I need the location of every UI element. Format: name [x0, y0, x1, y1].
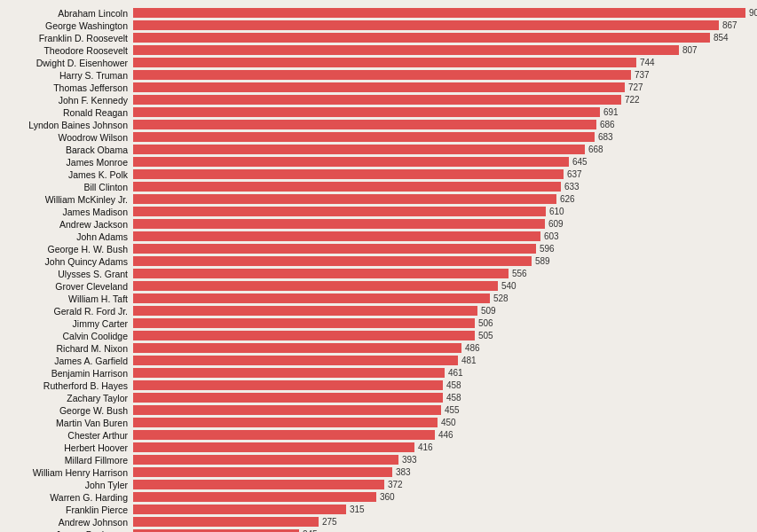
bar-fill: [133, 157, 569, 167]
bar-value: 446: [438, 430, 453, 440]
bar-value: 461: [448, 368, 463, 378]
bar-track: 744: [133, 58, 748, 67]
bar-row: John Tyler372: [9, 479, 748, 490]
bar-track: 603: [133, 231, 748, 241]
bar-value: 727: [628, 82, 643, 92]
bar-label: John F. Kennedy: [9, 95, 133, 106]
bar-value: 505: [478, 331, 493, 340]
bar-row: Theodore Roosevelt807: [9, 44, 748, 56]
bar-value: 596: [540, 244, 555, 254]
bar-value: 458: [446, 380, 461, 390]
bar-track: 807: [133, 45, 748, 55]
bar-value: 589: [535, 256, 550, 266]
bar-track: 626: [133, 194, 748, 204]
bar-fill: [133, 45, 679, 55]
bar-row: James Buchanan245: [9, 528, 748, 532]
bar-fill: [133, 505, 346, 514]
bar-label: Andrew Jackson: [9, 219, 133, 230]
bar-fill: [133, 8, 745, 18]
bar-label: Rutherford B. Hayes: [9, 380, 133, 391]
bar-fill: [133, 182, 561, 192]
bar-value: 686: [600, 120, 615, 129]
bar-fill: [133, 120, 596, 129]
bar-label: James Madison: [9, 207, 133, 217]
bar-row: Franklin Pierce315: [9, 504, 748, 515]
bar-label: Richard M. Nixon: [9, 343, 133, 354]
bar-track: 461: [133, 368, 748, 378]
bar-label: Chester Arthur: [9, 430, 133, 441]
bar-fill: [133, 82, 625, 92]
bar-value: 603: [544, 231, 559, 241]
bar-track: 867: [133, 20, 748, 30]
bar-fill: [133, 95, 621, 105]
bar-row: William McKinley Jr.626: [9, 193, 748, 205]
bar-track: 506: [133, 318, 748, 328]
bar-fill: [133, 293, 490, 303]
bar-row: Abraham Lincoln906: [9, 7, 748, 19]
bar-value: 737: [635, 70, 650, 80]
bar-value: 722: [625, 95, 640, 105]
bar-label: Theodore Roosevelt: [9, 45, 133, 56]
bar-value: 668: [588, 145, 603, 154]
bar-row: Thomas Jefferson727: [9, 82, 748, 93]
bar-row: James Madison610: [9, 206, 748, 217]
bar-track: 609: [133, 219, 748, 229]
bar-value: 509: [481, 306, 496, 316]
bar-track: 540: [133, 281, 748, 291]
bar-row: Bill Clinton633: [9, 181, 748, 192]
bar-track: 727: [133, 82, 748, 92]
bar-value: 393: [402, 455, 417, 465]
bar-track: 360: [133, 492, 748, 502]
bar-label: Ronald Reagan: [9, 107, 133, 118]
bar-row: Grover Cleveland540: [9, 280, 748, 292]
bar-label: George Washington: [9, 20, 133, 31]
bar-row: James Monroe645: [9, 156, 748, 168]
bar-row: John F. Kennedy722: [9, 94, 748, 106]
bar-fill: [133, 343, 461, 353]
bar-row: Lyndon Baines Johnson686: [9, 119, 748, 130]
bar-label: William Henry Harrison: [9, 467, 133, 478]
bar-value: 610: [549, 207, 564, 216]
bar-row: Warren G. Harding360: [9, 491, 748, 503]
bar-track: 275: [133, 517, 748, 527]
bar-track: 633: [133, 182, 748, 192]
bar-track: 610: [133, 207, 748, 216]
bar-track: 315: [133, 505, 748, 514]
bar-row: Chester Arthur446: [9, 429, 748, 441]
bar-value: 645: [572, 157, 587, 167]
bar-label: George H. W. Bush: [9, 244, 133, 254]
bar-track: 455: [133, 405, 748, 415]
bar-fill: [133, 256, 532, 266]
bar-track: 416: [133, 442, 748, 452]
bar-row: Benjamin Harrison461: [9, 367, 748, 379]
bar-row: John Adams603: [9, 231, 748, 242]
bar-label: Barack Obama: [9, 145, 133, 155]
bar-track: 486: [133, 343, 748, 353]
bar-fill: [133, 517, 319, 527]
bar-row: George Washington867: [9, 20, 748, 31]
bar-label: William H. Taft: [9, 293, 133, 304]
bar-value: 609: [548, 219, 564, 229]
bar-label: James Monroe: [9, 157, 133, 168]
bar-track: 637: [133, 169, 748, 179]
bar-fill: [133, 281, 498, 291]
bar-fill: [133, 244, 536, 254]
bar-fill: [133, 368, 445, 378]
bar-fill: [133, 467, 392, 477]
bar-value: 633: [564, 182, 580, 192]
bar-row: James K. Polk637: [9, 168, 748, 180]
bar-value: 637: [567, 169, 582, 179]
bar-value: 416: [418, 442, 433, 452]
bar-fill: [133, 455, 398, 465]
bar-fill: [133, 442, 414, 452]
bar-value: 691: [603, 107, 619, 117]
bar-label: Calvin Coolidge: [9, 331, 133, 341]
bar-track: 722: [133, 95, 748, 105]
bar-label: Benjamin Harrison: [9, 368, 133, 379]
bar-fill: [133, 33, 710, 43]
bar-label: John Quincy Adams: [9, 256, 133, 267]
bar-track: 446: [133, 430, 748, 440]
bar-value: 450: [441, 418, 456, 427]
bar-value: 455: [445, 405, 460, 415]
bar-fill: [133, 430, 435, 440]
